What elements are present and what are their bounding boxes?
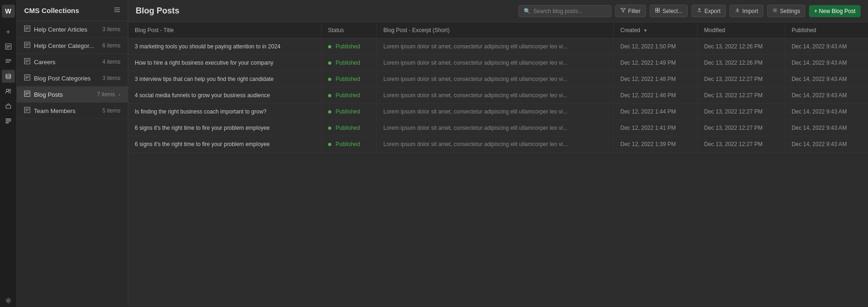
sidebar-item-team-members[interactable]: Team Members 5 items <box>17 103 128 119</box>
cell-created: Dec 12, 2022 1:49 PM <box>614 55 697 71</box>
collection-icon <box>24 74 30 82</box>
cell-excerpt: Lorem ipsum dolor sit amet, consectetur … <box>376 39 613 55</box>
blog-posts-table: Blog Post - Title Status Blog Post - Exc… <box>128 22 868 153</box>
table-header-row: Blog Post - Title Status Blog Post - Exc… <box>128 22 868 39</box>
cell-created: Dec 12, 2022 1:39 PM <box>614 136 697 153</box>
sidebar-item-label: Help Center Categor... <box>34 42 99 49</box>
sidebar-settings-icon[interactable] <box>114 7 120 14</box>
cell-created: Dec 12, 2022 1:50 PM <box>614 39 697 55</box>
cell-modified: Dec 13, 2022 12:27 PM <box>697 71 785 87</box>
sidebar-item-count: 3 items <box>102 26 120 33</box>
svg-rect-10 <box>6 105 11 108</box>
cell-excerpt: Lorem ipsum dolor sit amet, consectetur … <box>376 104 613 120</box>
table-row[interactable]: 4 social media funnels to grow your busi… <box>128 87 868 104</box>
sidebar-item-label: Blog Post Categories <box>34 75 99 82</box>
col-published[interactable]: Published <box>785 22 868 39</box>
status-label: Published <box>335 43 360 50</box>
status-label: Published <box>335 60 360 66</box>
search-input[interactable] <box>533 8 606 14</box>
sidebar-header: CMS Collections <box>17 0 128 21</box>
gear-icon <box>772 7 778 14</box>
sidebar: CMS Collections Help Center Articles 3 i… <box>17 0 128 307</box>
select-button[interactable]: Select... <box>650 5 688 17</box>
cell-published: Dec 14, 2022 9:43 AM <box>785 87 868 104</box>
status-dot <box>328 94 331 97</box>
sidebar-item-label: Help Center Articles <box>34 26 99 33</box>
cell-created: Dec 12, 2022 1:41 PM <box>614 120 697 136</box>
cell-modified: Dec 13, 2022 12:26 PM <box>697 55 785 71</box>
pages-icon[interactable] <box>2 40 15 53</box>
table-row[interactable]: Is finding the right business coach impo… <box>128 104 868 120</box>
col-created[interactable]: Created ▼ <box>614 22 697 39</box>
table-row[interactable]: How to hire a right business executive f… <box>128 55 868 71</box>
chevron-right-icon: › <box>118 92 120 97</box>
table-row[interactable]: 6 signs it's the right time to fire your… <box>128 136 868 153</box>
webflow-logo-icon[interactable]: W <box>2 5 15 18</box>
status-dot <box>328 45 331 48</box>
import-button[interactable]: Import <box>730 5 763 17</box>
sidebar-item-help-category[interactable]: Help Center Categor... 6 items <box>17 38 128 54</box>
shop-icon[interactable] <box>2 100 15 113</box>
select-icon <box>655 7 660 14</box>
text-icon[interactable] <box>2 55 15 68</box>
tools-icon[interactable] <box>2 114 15 127</box>
cell-published: Dec 14, 2022 9:43 AM <box>785 104 868 120</box>
cell-status: Published <box>321 87 376 104</box>
cell-excerpt: Lorem ipsum dolor sit amet, consectetur … <box>376 120 613 136</box>
sort-icon: ▼ <box>643 28 648 33</box>
sidebar-item-blog-posts[interactable]: Blog Posts 7 items › <box>17 87 128 103</box>
new-post-button[interactable]: + New Blog Post <box>809 5 861 17</box>
cell-title: 4 social media funnels to grow your busi… <box>128 87 321 104</box>
filter-button[interactable]: Filter <box>615 5 646 17</box>
toolbar: Blog Posts 🔍 Filter Select... Export <box>128 0 868 22</box>
col-modified[interactable]: Modified <box>697 22 785 39</box>
settings-button[interactable]: Settings <box>767 5 805 17</box>
col-title[interactable]: Blog Post - Title <box>128 22 321 39</box>
status-label: Published <box>335 92 360 99</box>
col-excerpt[interactable]: Blog Post - Excerpt (Short) <box>376 22 613 39</box>
svg-point-46 <box>774 9 776 11</box>
status-dot <box>328 61 331 65</box>
table-container: Blog Post - Title Status Blog Post - Exc… <box>128 22 868 307</box>
svg-point-8 <box>6 89 8 92</box>
cms-icon[interactable] <box>2 70 15 83</box>
export-button[interactable]: Export <box>691 5 726 17</box>
cell-created: Dec 12, 2022 1:46 PM <box>614 87 697 104</box>
cell-created: Dec 12, 2022 1:44 PM <box>614 104 697 120</box>
cell-status: Published <box>321 55 376 71</box>
sidebar-item-help-articles[interactable]: Help Center Articles 3 items <box>17 21 128 38</box>
cell-published: Dec 14, 2022 9:43 AM <box>785 55 868 71</box>
import-icon <box>735 7 740 14</box>
table-row[interactable]: 3 marketing tools you should be paying a… <box>128 39 868 55</box>
cell-title: 3 interview tips that can help you find … <box>128 71 321 87</box>
add-icon[interactable]: ＋ <box>2 25 15 38</box>
cell-status: Published <box>321 71 376 87</box>
status-dot <box>328 78 331 81</box>
svg-rect-11 <box>6 119 11 120</box>
svg-rect-43 <box>658 8 659 10</box>
sidebar-item-count: 3 items <box>102 75 120 81</box>
users-icon[interactable] <box>2 85 15 98</box>
cell-excerpt: Lorem ipsum dolor sit amet, consectetur … <box>376 136 613 153</box>
settings-icon[interactable] <box>2 294 15 307</box>
status-label: Published <box>335 141 360 147</box>
cell-excerpt: Lorem ipsum dolor sit amet, consectetur … <box>376 71 613 87</box>
col-status[interactable]: Status <box>321 22 376 39</box>
status-label: Published <box>335 125 360 131</box>
table-row[interactable]: 6 signs it's the right time to fire your… <box>128 120 868 136</box>
collection-icon <box>24 42 30 49</box>
svg-point-7 <box>6 74 11 76</box>
cell-published: Dec 14, 2022 9:43 AM <box>785 39 868 55</box>
sidebar-item-careers[interactable]: Careers 4 items <box>17 54 128 70</box>
svg-rect-42 <box>655 8 657 10</box>
sidebar-item-blog-categories[interactable]: Blog Post Categories 3 items <box>17 70 128 87</box>
search-icon: 🔍 <box>524 8 531 14</box>
sidebar-item-count: 5 items <box>102 107 120 114</box>
svg-point-14 <box>7 300 9 301</box>
cell-published: Dec 14, 2022 9:43 AM <box>785 136 868 153</box>
status-dot <box>328 143 331 146</box>
cell-created: Dec 12, 2022 1:48 PM <box>614 71 697 87</box>
table-row[interactable]: 3 interview tips that can help you find … <box>128 71 868 87</box>
status-dot <box>328 127 331 130</box>
search-box[interactable]: 🔍 <box>519 5 612 17</box>
